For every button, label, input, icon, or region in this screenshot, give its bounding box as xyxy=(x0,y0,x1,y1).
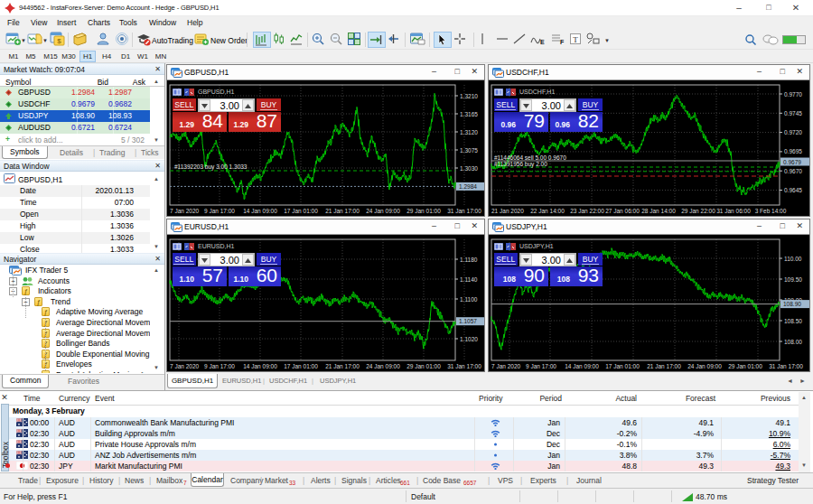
svg-text:1.3030: 1.3030 xyxy=(460,165,478,172)
svg-text:0.9670: 0.9670 xyxy=(784,168,802,174)
svg-text:24 Jan 09:00: 24 Jan 09:00 xyxy=(366,363,400,369)
svg-text:0.9770: 0.9770 xyxy=(784,91,802,98)
svg-text:1.1140: 1.1140 xyxy=(460,276,478,283)
svg-text:22 Jan 14:00: 22 Jan 14:00 xyxy=(530,208,565,214)
svg-text:108.00: 108.00 xyxy=(784,339,802,345)
svg-text:E: E xyxy=(540,39,545,45)
svg-text:7 Jan 2020: 7 Jan 2020 xyxy=(491,363,521,369)
svg-text:21 Jan 17:00: 21 Jan 17:00 xyxy=(325,208,360,214)
svg-text:9 Jan 17:00: 9 Jan 17:00 xyxy=(526,363,556,369)
svg-text:1.1100: 1.1100 xyxy=(460,296,478,303)
svg-text:T: T xyxy=(573,35,578,44)
svg-text:21 Jan 17:00: 21 Jan 17:00 xyxy=(647,363,681,369)
svg-text:9 Jan 17:00: 9 Jan 17:00 xyxy=(204,208,235,214)
svg-text:27 Jan 06:00: 27 Jan 06:00 xyxy=(605,208,640,214)
svg-text:1.2984: 1.2984 xyxy=(459,183,477,190)
svg-text:17 Jan 01:00: 17 Jan 01:00 xyxy=(605,363,640,369)
svg-text:7 Jan 2020: 7 Jan 2020 xyxy=(170,208,200,214)
svg-text:108.90: 108.90 xyxy=(783,301,801,307)
svg-text:0.9645: 0.9645 xyxy=(784,187,802,193)
svg-text:1.1057: 1.1057 xyxy=(459,318,477,324)
svg-text:24 Jan 09:00: 24 Jan 09:00 xyxy=(366,208,400,214)
svg-text:17 Jan 01:00: 17 Jan 01:00 xyxy=(284,208,318,214)
svg-text:29 Jan 22:00: 29 Jan 22:00 xyxy=(681,208,715,214)
svg-text:1.3165: 1.3165 xyxy=(460,111,478,117)
svg-text:21 Jan 2020: 21 Jan 2020 xyxy=(491,208,524,214)
svg-text:24 Jan 09:00: 24 Jan 09:00 xyxy=(687,363,722,369)
svg-text:$: $ xyxy=(57,37,61,45)
svg-text:#11391956 buy 2.00: #11391956 buy 2.00 xyxy=(494,161,547,168)
svg-text:0.9695: 0.9695 xyxy=(784,148,802,154)
svg-text:31 Jan 17:00: 31 Jan 17:00 xyxy=(769,363,803,369)
svg-text:29 Jan 01:00: 29 Jan 01:00 xyxy=(728,363,762,369)
svg-text:F: F xyxy=(560,39,565,45)
svg-text:109.50: 109.50 xyxy=(784,276,802,283)
svg-text:#11392203 buy 3.00 1.3033: #11392203 buy 3.00 1.3033 xyxy=(174,163,248,171)
svg-text:29 Jan 01:00: 29 Jan 01:00 xyxy=(406,363,441,369)
svg-text:31 Jan 17:00: 31 Jan 17:00 xyxy=(447,208,481,214)
svg-text:0.9679: 0.9679 xyxy=(783,159,801,165)
svg-text:1.1180: 1.1180 xyxy=(460,257,478,263)
svg-text:1.3210: 1.3210 xyxy=(460,93,478,99)
svg-text:21 Jan 17:00: 21 Jan 17:00 xyxy=(325,363,360,369)
svg-text:1.3075: 1.3075 xyxy=(460,147,478,154)
svg-text:31 Jan 06:00: 31 Jan 06:00 xyxy=(716,208,751,214)
svg-text:110.00: 110.00 xyxy=(784,256,802,262)
svg-text:7 Jan 2020: 7 Jan 2020 xyxy=(170,363,200,369)
svg-text:14 Jan 09:00: 14 Jan 09:00 xyxy=(243,363,277,369)
svg-text:0.9720: 0.9720 xyxy=(784,129,802,135)
svg-text:14 Jan 09:00: 14 Jan 09:00 xyxy=(243,208,277,214)
svg-text:17 Jan 01:00: 17 Jan 01:00 xyxy=(284,363,318,369)
svg-text:14 Jan 09:00: 14 Jan 09:00 xyxy=(565,363,599,369)
svg-text:108.50: 108.50 xyxy=(784,318,802,324)
svg-text:23 Jan 22:00: 23 Jan 22:00 xyxy=(570,208,604,214)
svg-text:9 Jan 17:00: 9 Jan 17:00 xyxy=(204,363,235,369)
svg-text:3 Feb 14:00: 3 Feb 14:00 xyxy=(755,208,787,214)
svg-text:0.9745: 0.9745 xyxy=(784,110,802,117)
svg-text:1.1020: 1.1020 xyxy=(460,336,478,342)
svg-text:29 Jan 01:00: 29 Jan 01:00 xyxy=(406,208,441,214)
svg-text:31 Jan 17:00: 31 Jan 17:00 xyxy=(447,363,481,369)
svg-text:28 Jan 14:00: 28 Jan 14:00 xyxy=(641,208,676,214)
svg-text:1.3120: 1.3120 xyxy=(460,129,478,135)
